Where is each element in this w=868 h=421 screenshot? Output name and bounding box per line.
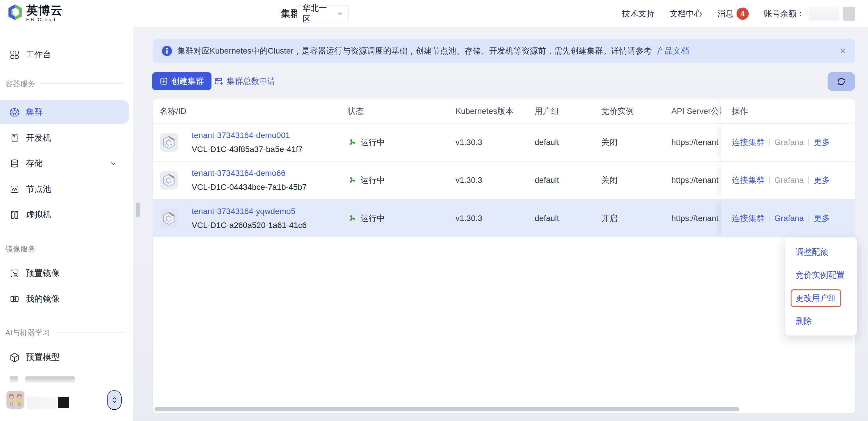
section-label: 容器服务 [5, 79, 35, 89]
menu-item-change-usergroup[interactable]: 更改用户组 [785, 286, 857, 309]
user-group: default [535, 138, 601, 147]
sidebar-item-preset-models[interactable]: 预置模型 [0, 349, 129, 365]
user-group: default [535, 175, 601, 185]
sidebar-item-label: 集群 [26, 106, 43, 118]
sidebar-item-label: 预置模型 [26, 352, 60, 363]
refresh-icon [836, 77, 846, 86]
divider [808, 176, 809, 184]
cluster-quota-request-link[interactable]: 集群总数申请 [214, 72, 276, 90]
my-images-icon [9, 294, 20, 304]
more-link[interactable]: 更多 [814, 175, 830, 186]
refresh-button[interactable] [828, 72, 855, 91]
topbar: 集群 华北一区 技术支持 文档中心 消息 4 账号余额： [133, 0, 868, 27]
grafana-link[interactable]: Grafana [774, 138, 804, 147]
balance-unit-redacted [843, 7, 855, 21]
sidebar-item-label: 节点池 [26, 184, 51, 195]
account-balance: 账号余额： [764, 7, 855, 21]
region-select[interactable]: 华北一区 [297, 5, 349, 22]
chevron-down-icon [110, 160, 117, 167]
k8s-version: v1.30.3 [456, 214, 535, 223]
sidebar-item-preset-images[interactable]: 预置镜像 [0, 265, 129, 282]
sidebar-item-vm[interactable]: 虚拟机 [0, 207, 129, 223]
support-link[interactable]: 技术支持 [622, 8, 654, 19]
column-header-version: Kubernetes版本 [456, 106, 535, 117]
sidebar-item-nodepool[interactable]: 节点池 [0, 181, 129, 197]
cluster-table-card: 名称/ID 状态 Kubernetes版本 用户组 竞价实例 API Serve… [153, 99, 855, 414]
row-operations: 连接集群 Grafana 更多 [721, 162, 855, 199]
create-cluster-label: 创建集群 [171, 76, 204, 87]
table-row: tenant-37343164-demo66 VCL-D1C-04434bce-… [153, 162, 855, 199]
table-header-row: 名称/ID 状态 Kubernetes版本 用户组 竞价实例 API Serve… [153, 99, 855, 124]
grafana-link[interactable]: Grafana [774, 214, 804, 223]
section-divider [41, 83, 123, 84]
grafana-link[interactable]: Grafana [774, 175, 804, 185]
more-link[interactable]: 更多 [814, 137, 830, 148]
more-actions-menu: 调整配额 竞价实例配置 更改用户组 删除 [785, 237, 857, 336]
cluster-hexagon-icon [160, 133, 178, 152]
cluster-name-link[interactable]: tenant-37343164-yqwdemo5 [192, 205, 307, 217]
user-block-redacted [58, 397, 69, 408]
k8s-version: v1.30.3 [456, 175, 535, 185]
section-divider [41, 249, 123, 249]
status-running-icon [348, 176, 356, 185]
avatar[interactable] [6, 391, 25, 409]
more-link[interactable]: 更多 [814, 213, 830, 224]
info-banner: 集群对应Kubernetes中的Cluster，是容器运行与资源调度的基础，创建… [153, 39, 855, 63]
close-icon[interactable]: ✕ [839, 46, 846, 56]
docs-link[interactable]: 文档中心 [670, 8, 702, 19]
messages-link[interactable]: 消息 4 [717, 7, 749, 20]
connect-cluster-link[interactable]: 连接集群 [732, 213, 765, 224]
user-group: default [535, 214, 601, 223]
balance-value-redacted [809, 7, 839, 21]
row-operations: 连接集群 Grafana 更多 [721, 199, 855, 237]
plus-square-icon [160, 77, 168, 85]
sidebar-item-label: 开发机 [26, 132, 51, 144]
sidebar-section-ai-ml: AI与机器学习 [5, 329, 133, 337]
cluster-id: VCL-D1C-a260a520-1a61-41c6 [192, 220, 307, 231]
sidebar-item-my-images[interactable]: 我的镜像 [0, 291, 129, 307]
dev-machine-icon [9, 133, 20, 143]
info-icon [161, 46, 173, 56]
sidebar-item-workbench[interactable]: 工作台 [0, 47, 129, 63]
virtual-machine-icon [9, 210, 20, 220]
node-pool-icon [9, 184, 20, 194]
banner-text: 集群对应Kubernetes中的Cluster，是容器运行与资源调度的基础，创建… [177, 46, 652, 56]
menu-item-adjust-quota[interactable]: 调整配额 [785, 241, 857, 263]
sidebar-item-storage[interactable]: 存储 [0, 156, 129, 172]
database-icon [9, 159, 20, 169]
kubernetes-wheel-icon [9, 107, 20, 117]
sidebar-item-cluster[interactable]: 集群 [0, 100, 129, 124]
username-redacted [27, 397, 58, 409]
faded-icon [9, 376, 18, 383]
cluster-hexagon-icon [160, 171, 178, 190]
spot-instance: 关闭 [601, 175, 671, 186]
chevron-down-icon [337, 10, 343, 17]
messages-label: 消息 [717, 8, 734, 19]
create-cluster-button[interactable]: 创建集群 [152, 72, 212, 90]
horizontal-scrollbar[interactable] [154, 407, 739, 412]
sidebar-item-label: 工作台 [26, 49, 51, 61]
cluster-name-link[interactable]: tenant-37343164-demo001 [192, 130, 303, 141]
column-header-operations: 操作 [721, 99, 855, 123]
table-row-active: tenant-37343164-yqwdemo5 VCL-D1C-a260a52… [153, 199, 855, 237]
product-docs-link[interactable]: 产品文档 [656, 46, 689, 56]
status-text: 运行中 [361, 213, 385, 224]
column-header-spot: 竞价实例 [601, 106, 671, 117]
section-divider [56, 333, 125, 333]
user-area [0, 390, 133, 412]
connect-cluster-link[interactable]: 连接集群 [732, 175, 765, 186]
sidebar-section-container-services: 容器服务 [5, 79, 133, 88]
menu-item-spot-config[interactable]: 竞价实例配置 [785, 263, 857, 286]
sidebar-collapse-toggle[interactable] [107, 390, 122, 410]
section-label: AI与机器学习 [5, 328, 50, 338]
divider [808, 215, 809, 222]
sidebar-item-devmachine[interactable]: 开发机 [0, 130, 129, 146]
connect-cluster-link[interactable]: 连接集群 [732, 137, 765, 148]
sidebar-scrollbar[interactable] [136, 202, 140, 218]
menu-item-delete[interactable]: 删除 [785, 309, 857, 333]
section-label: 镜像服务 [5, 244, 35, 254]
message-count-badge: 4 [737, 7, 749, 20]
table-row: tenant-37343164-demo001 VCL-D1C-43f85a37… [153, 124, 855, 162]
cluster-name-link[interactable]: tenant-37343164-demo66 [192, 167, 307, 179]
brand-logo[interactable]: 英博云 EB Cloud [7, 4, 63, 23]
